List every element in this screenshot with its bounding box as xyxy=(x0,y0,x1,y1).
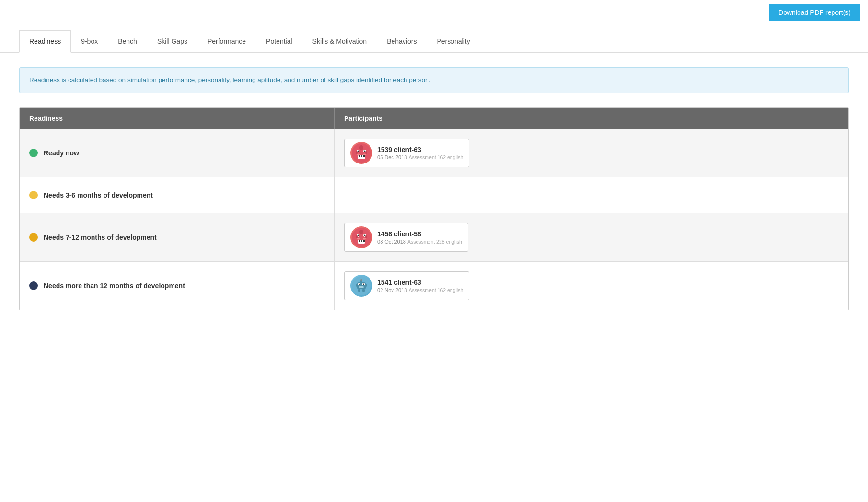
participant-meta: 08 Oct 2018 Assessment 228 english xyxy=(377,239,462,245)
download-pdf-button[interactable]: Download PDF report(s) xyxy=(769,4,860,21)
svg-point-27 xyxy=(363,238,366,240)
col-participants-header: Participants xyxy=(335,108,848,129)
info-box: Readiness is calculated based on simulat… xyxy=(19,67,849,93)
svg-point-17 xyxy=(358,235,359,236)
table-row: Needs 3-6 months of development xyxy=(20,177,848,213)
avatar xyxy=(350,275,372,297)
participant-date: 08 Oct 2018 xyxy=(377,239,406,245)
participant-assessment: Assessment 228 english xyxy=(407,239,462,245)
table-row: Ready now 1539 client-6305 Dec 2018 Asse… xyxy=(20,129,848,177)
participant-info: 1539 client-6305 Dec 2018 Assessment 162… xyxy=(377,146,463,160)
svg-point-3 xyxy=(358,151,359,152)
readiness-cell: Needs more than 12 months of development xyxy=(20,262,335,310)
table-header: Readiness Participants xyxy=(20,108,848,129)
tab-9-box[interactable]: 9-box xyxy=(71,30,108,53)
tab-personality[interactable]: Personality xyxy=(427,30,480,53)
participant-meta: 05 Dec 2018 Assessment 162 english xyxy=(377,154,463,160)
tab-bench[interactable]: Bench xyxy=(108,30,147,53)
svg-rect-34 xyxy=(359,286,364,288)
tabs-container: Readiness9-boxBenchSkill GapsPerformance… xyxy=(0,30,868,53)
avatar xyxy=(350,226,372,248)
avatar xyxy=(350,142,372,164)
svg-rect-37 xyxy=(356,284,358,287)
readiness-dot xyxy=(29,233,38,242)
participant-meta: 02 Nov 2018 Assessment 162 english xyxy=(377,287,463,293)
svg-point-12 xyxy=(357,154,360,155)
tab-skills-and-motivation[interactable]: Skills & Motivation xyxy=(302,30,377,53)
readiness-label: Needs 7-12 months of development xyxy=(44,233,157,241)
content-area: Readiness is calculated based on simulat… xyxy=(0,53,868,325)
readiness-dot xyxy=(29,149,38,157)
tab-behaviors[interactable]: Behaviors xyxy=(377,30,427,53)
participant-assessment: Assessment 162 english xyxy=(408,287,463,293)
svg-point-19 xyxy=(359,230,363,234)
readiness-cell: Needs 3-6 months of development xyxy=(20,177,335,213)
svg-point-4 xyxy=(364,151,366,152)
tab-skill-gaps[interactable]: Skill Gaps xyxy=(147,30,197,53)
svg-point-36 xyxy=(360,279,362,281)
readiness-label: Needs more than 12 months of development xyxy=(44,282,185,290)
info-text: Readiness is calculated based on simulat… xyxy=(29,76,430,83)
svg-point-18 xyxy=(364,235,366,236)
participants-cell: 1541 client-6302 Nov 2018 Assessment 162… xyxy=(335,262,848,310)
readiness-label: Needs 3-6 months of development xyxy=(44,191,153,199)
top-bar: Download PDF report(s) xyxy=(0,0,868,25)
svg-point-10 xyxy=(356,151,358,154)
svg-rect-9 xyxy=(363,155,365,157)
participant-name: 1541 client-63 xyxy=(377,279,463,286)
participant-card[interactable]: 1541 client-6302 Nov 2018 Assessment 162… xyxy=(344,271,469,300)
readiness-label: Ready now xyxy=(44,149,79,157)
readiness-cell: Ready now xyxy=(20,129,335,177)
tab-performance[interactable]: Performance xyxy=(197,30,256,53)
participant-date: 05 Dec 2018 xyxy=(377,154,407,160)
svg-rect-7 xyxy=(359,155,360,157)
svg-rect-23 xyxy=(363,240,365,242)
svg-rect-8 xyxy=(361,155,362,157)
participants-cell: 1539 client-6305 Dec 2018 Assessment 162… xyxy=(335,129,848,177)
svg-point-32 xyxy=(359,284,360,285)
participant-name: 1539 client-63 xyxy=(377,146,463,153)
table-body: Ready now 1539 client-6305 Dec 2018 Asse… xyxy=(20,129,848,310)
readiness-dot xyxy=(29,191,38,199)
participant-assessment: Assessment 162 english xyxy=(408,154,463,160)
participant-info: 1458 client-5808 Oct 2018 Assessment 228… xyxy=(377,230,462,245)
readiness-dot xyxy=(29,281,38,290)
tab-potential[interactable]: Potential xyxy=(256,30,302,53)
participant-name: 1458 client-58 xyxy=(377,230,462,238)
readiness-cell: Needs 7-12 months of development xyxy=(20,213,335,261)
col-readiness-header: Readiness xyxy=(20,108,335,129)
readiness-table: Readiness Participants Ready now 1539 cl… xyxy=(19,107,849,310)
tab-readiness[interactable]: Readiness xyxy=(19,30,71,53)
svg-rect-40 xyxy=(362,289,365,292)
svg-point-26 xyxy=(357,238,360,240)
participants-cell: 1458 client-5808 Oct 2018 Assessment 228… xyxy=(335,213,848,261)
participant-card[interactable]: 1539 client-6305 Dec 2018 Assessment 162… xyxy=(344,139,469,167)
participant-date: 02 Nov 2018 xyxy=(377,287,407,293)
table-row: Needs more than 12 months of development… xyxy=(20,262,848,310)
svg-point-25 xyxy=(365,235,367,238)
participant-card[interactable]: 1458 client-5808 Oct 2018 Assessment 228… xyxy=(344,223,468,252)
svg-point-33 xyxy=(363,284,364,285)
svg-point-5 xyxy=(359,145,363,150)
svg-point-11 xyxy=(365,151,367,154)
svg-rect-39 xyxy=(358,289,360,292)
participant-info: 1541 client-6302 Nov 2018 Assessment 162… xyxy=(377,279,463,293)
svg-point-24 xyxy=(356,235,358,238)
participants-cell xyxy=(335,177,848,213)
svg-rect-21 xyxy=(359,240,360,242)
svg-rect-22 xyxy=(361,240,362,242)
svg-rect-38 xyxy=(365,284,367,287)
table-row: Needs 7-12 months of development 1458 cl… xyxy=(20,213,848,262)
svg-point-13 xyxy=(363,154,366,155)
